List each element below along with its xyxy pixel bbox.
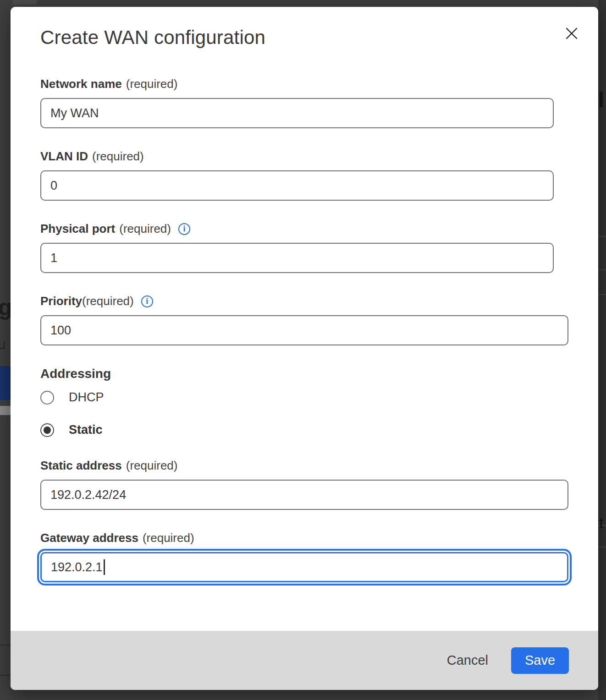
gateway-address-input[interactable]: 192.0.2.1 bbox=[40, 552, 568, 582]
overlay-table-line bbox=[598, 294, 606, 295]
priority-group: Priority (required) i bbox=[40, 294, 568, 345]
overlay-table-line bbox=[0, 645, 11, 645]
priority-input[interactable] bbox=[40, 315, 568, 345]
required-hint: (required) bbox=[82, 294, 134, 308]
vlan-id-label: VLAN ID bbox=[40, 149, 88, 164]
gateway-address-group: Gateway address (required) 192.0.2.1 bbox=[40, 531, 568, 582]
addressing-option-static[interactable]: Static bbox=[40, 423, 568, 437]
dialog-footer: Cancel Save bbox=[11, 631, 598, 690]
required-hint: (required) bbox=[126, 459, 178, 473]
network-name-label: Network name bbox=[40, 77, 122, 91]
overlay-table-line bbox=[598, 236, 606, 237]
network-name-input[interactable] bbox=[40, 98, 554, 128]
radio-button-icon[interactable] bbox=[40, 423, 54, 437]
addressing-group: Addressing DHCP Static bbox=[40, 366, 568, 437]
info-icon[interactable]: i bbox=[141, 295, 153, 307]
overlay-table-line bbox=[598, 269, 606, 270]
save-button[interactable]: Save bbox=[511, 647, 569, 674]
dialog-body: Create WAN configuration Network name (r… bbox=[11, 7, 598, 631]
required-hint: (required) bbox=[126, 77, 178, 91]
radio-button-icon[interactable] bbox=[40, 391, 54, 405]
addressing-heading: Addressing bbox=[40, 366, 568, 381]
overlay-clipped-gray-band bbox=[0, 406, 11, 415]
static-radio-label: Static bbox=[69, 423, 103, 437]
close-icon bbox=[564, 26, 579, 41]
create-wan-configuration-dialog: Create WAN configuration Network name (r… bbox=[11, 7, 598, 690]
static-address-group: Static address (required) bbox=[40, 459, 568, 510]
vlan-id-input[interactable] bbox=[40, 170, 554, 201]
required-hint: (required) bbox=[92, 149, 144, 164]
static-address-label: Static address bbox=[40, 459, 122, 473]
vlan-id-group: VLAN ID (required) bbox=[40, 149, 568, 201]
dhcp-radio-label: DHCP bbox=[69, 390, 104, 405]
overlay-clipped-text-mark bbox=[600, 92, 603, 107]
overlay-table-line bbox=[598, 547, 606, 547]
physical-port-group: Physical port (required) i bbox=[40, 222, 568, 273]
dialog-title: Create WAN configuration bbox=[40, 27, 568, 49]
addressing-option-dhcp[interactable]: DHCP bbox=[40, 390, 568, 405]
cancel-button[interactable]: Cancel bbox=[438, 648, 497, 673]
overlay-table-line bbox=[0, 675, 11, 676]
physical-port-input[interactable] bbox=[40, 243, 554, 273]
priority-label: Priority bbox=[40, 294, 82, 308]
gateway-address-label: Gateway address bbox=[40, 531, 138, 545]
required-hint: (required) bbox=[143, 531, 194, 545]
overlay-clipped-blue-button bbox=[0, 366, 11, 400]
overlay-clipped-body-text: u bbox=[0, 336, 6, 353]
physical-port-label: Physical port bbox=[40, 222, 115, 236]
network-name-group: Network name (required) bbox=[40, 77, 568, 128]
overlay-clipped-letter: t bbox=[599, 514, 603, 532]
overlay-background-highlight bbox=[13, 0, 37, 5]
static-address-input[interactable] bbox=[40, 480, 568, 510]
info-icon[interactable]: i bbox=[178, 223, 190, 235]
gateway-address-value: 192.0.2.1 bbox=[51, 560, 103, 574]
required-hint: (required) bbox=[119, 222, 171, 236]
close-button[interactable] bbox=[562, 23, 582, 44]
text-cursor bbox=[104, 559, 105, 575]
